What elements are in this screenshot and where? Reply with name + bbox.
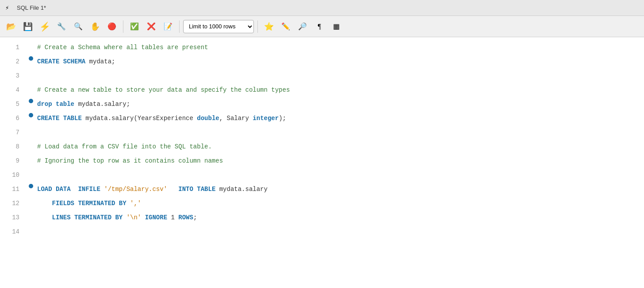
line-number: 11 [0,183,27,195]
code-line: 8# Load data from a CSV file into the SQ… [0,140,644,154]
edit-btn[interactable]: 📝 [161,19,176,34]
line-content[interactable]: CREATE SCHEMA mydata; [35,55,644,68]
favorite-btn[interactable]: ⭐ [261,19,276,34]
lightning-icon: ⚡ [5,4,13,12]
code-line: 13 LINES TERMINATED BY '\n' IGNORE 1 ROW… [0,211,644,225]
line-number: 4 [0,84,27,96]
code-line: 14 [0,225,644,239]
line-number: 8 [0,140,27,153]
line-indicator [27,126,35,127]
title-bar: ⚡ SQL File 1* [0,0,644,16]
line-number: 13 [0,211,27,224]
line-content[interactable]: # Load data from a CSV file into the SQL… [35,140,644,153]
line-content[interactable]: # Create a Schema where all tables are p… [35,41,644,54]
code-line: 10 [0,168,644,183]
code-line: 3 [0,69,644,83]
line-indicator [27,226,35,226]
line-content[interactable]: FIELDS TERMINATED BY ',' [35,197,644,210]
line-number: 14 [0,226,27,238]
line-indicator [27,70,35,70]
line-indicator [27,98,35,103]
line-indicator [27,155,35,156]
code-line: 6CREATE TABLE mydata.salary(YearsExperie… [0,112,644,126]
code-line: 5drop table mydata.salary; [0,97,644,112]
panel-btn[interactable]: ▦ [329,19,344,34]
toolbar: 📂 💾 ⚡ 🔧 🔍 ✋ 🔴 ✅ ❌ 📝 Don't limit Limit to… [0,16,644,37]
line-content[interactable]: LOAD DATA INFILE '/tmp/Salary.csv' INTO … [35,183,644,195]
line-indicator [27,140,35,141]
line-number: 10 [0,169,27,181]
code-editor: 1# Create a Schema where all tables are … [0,37,644,288]
open-folder-btn[interactable]: 📂 [4,19,19,34]
line-indicator [27,197,35,198]
line-content[interactable] [35,70,644,82]
scan-btn[interactable]: 🔍 [71,19,86,34]
line-number: 7 [0,126,27,139]
code-line: 12 FIELDS TERMINATED BY ',' [0,197,644,211]
code-line: 4# Create a new table to store your data… [0,83,644,97]
execution-dot [29,99,33,103]
separator-3 [257,20,258,33]
plugin-btn[interactable]: 🔴 [104,19,119,34]
execution-dot [29,184,33,188]
save-btn[interactable]: 💾 [20,19,35,34]
cancel-btn[interactable]: ❌ [144,19,159,34]
line-indicator [27,112,35,117]
execute-current-btn[interactable]: 🔧 [54,19,69,34]
line-content[interactable]: CREATE TABLE mydata.salary(YearsExperien… [35,112,644,125]
limit-select[interactable]: Don't limit Limit to 10 rows Limit to 10… [183,20,254,33]
line-indicator [27,183,35,188]
format-btn[interactable]: ¶ [312,19,327,34]
line-indicator [27,169,35,170]
line-number: 6 [0,112,27,125]
code-line: 11LOAD DATA INFILE '/tmp/Salary.csv' INT… [0,183,644,197]
line-number: 3 [0,70,27,82]
code-line: 2CREATE SCHEMA mydata; [0,55,644,69]
line-content[interactable] [35,226,644,238]
stop-btn[interactable]: ✋ [88,19,103,34]
line-content[interactable] [35,169,644,181]
line-number: 12 [0,197,27,210]
execute-btn[interactable]: ⚡ [37,19,52,34]
line-content[interactable]: # Create a new table to store your data … [35,84,644,96]
line-content[interactable]: LINES TERMINATED BY '\n' IGNORE 1 ROWS; [35,211,644,224]
line-number: 1 [0,41,27,54]
line-indicator [27,84,35,85]
line-indicator [27,41,35,42]
history-btn[interactable]: ✏️ [278,19,293,34]
line-content[interactable]: # Ignoring the top row as it contains co… [35,155,644,167]
line-number: 2 [0,55,27,68]
code-line: 7 [0,126,644,140]
separator-2 [179,20,180,33]
search-btn[interactable]: 🔎 [295,19,310,34]
execution-dot [29,56,33,61]
code-line: 9# Ignoring the top row as it contains c… [0,154,644,168]
line-content[interactable] [35,126,644,139]
line-indicator [27,55,35,61]
code-line: 1# Create a Schema where all tables are … [0,41,644,55]
line-indicator [27,211,35,212]
commit-btn[interactable]: ✅ [127,19,142,34]
title-bar-text: SQL File 1* [17,4,46,11]
execution-dot [29,113,33,117]
line-number: 5 [0,98,27,110]
separator-1 [123,20,123,33]
line-number: 9 [0,155,27,167]
line-content[interactable]: drop table mydata.salary; [35,98,644,110]
